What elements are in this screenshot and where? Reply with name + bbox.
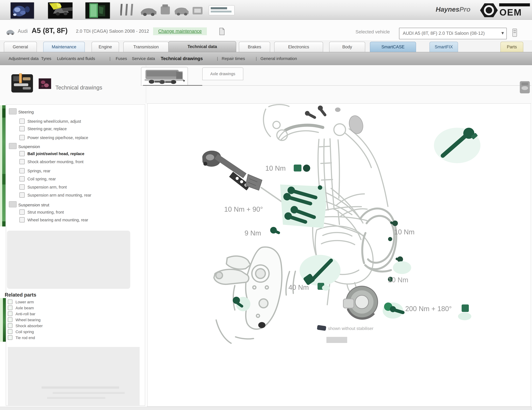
svg-text:10 Nm + 90°: 10 Nm + 90° xyxy=(224,205,263,213)
svg-text:10 Nm: 10 Nm xyxy=(265,164,286,172)
svg-text:9 Nm: 9 Nm xyxy=(245,229,261,237)
svg-text:shown without stabiliser: shown without stabiliser xyxy=(328,326,373,331)
svg-text:200 Nm + 180°: 200 Nm + 180° xyxy=(405,305,452,313)
svg-text:10 Nm: 10 Nm xyxy=(394,228,415,236)
svg-text:OEM: OEM xyxy=(499,7,522,18)
svg-text:40 Nm: 40 Nm xyxy=(288,284,309,291)
svg-text:10 Nm: 10 Nm xyxy=(388,276,408,284)
